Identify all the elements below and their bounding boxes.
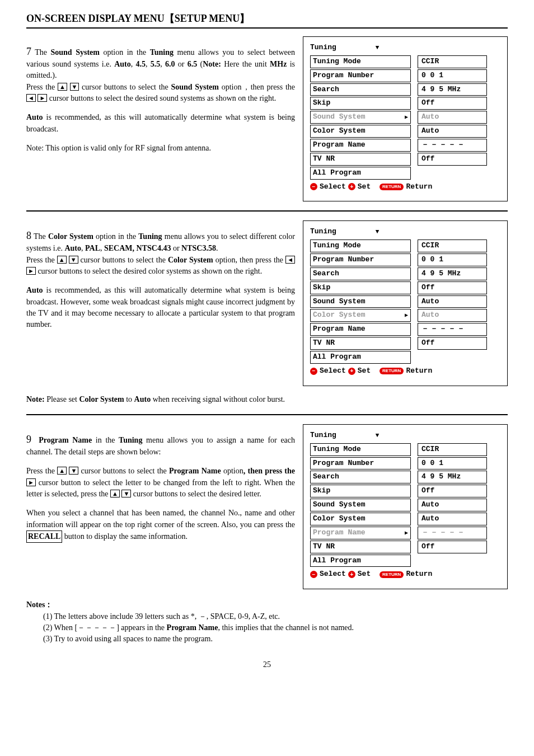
plus-icon: + (348, 571, 355, 578)
page-number: 25 (26, 659, 508, 670)
return-pill-icon: RETURN (380, 368, 404, 374)
step7-note: Note: This option is valid only for RF s… (26, 143, 295, 154)
minus-icon: − (310, 183, 317, 190)
menu-selection-icon (405, 310, 408, 321)
up-arrow-icon: ▲ (58, 83, 67, 91)
down-arrow-icon: ▼ (69, 256, 78, 264)
step8-text: 8 The Color System option in the Tuning … (26, 220, 295, 338)
left-arrow-icon: ◄ (26, 94, 36, 102)
minus-icon: − (310, 368, 317, 375)
recall-button-label: RECALL (26, 530, 62, 543)
menu-cursor-down-icon (376, 227, 380, 236)
plus-icon: + (348, 183, 355, 190)
minus-icon: − (310, 571, 317, 578)
return-pill-icon: RETURN (380, 571, 404, 578)
divider (26, 414, 508, 415)
down-arrow-icon: ▼ (121, 490, 131, 497)
page-title: ON-SCREEN DISPLAY MENU【SETUP MENU】 (26, 11, 508, 29)
step8-bottom-note: Note: Please set Color System to Auto wh… (26, 394, 508, 405)
step7-text: 7 The Sound System option in the Tuning … (26, 36, 295, 162)
plus-icon: + (348, 368, 355, 375)
menu-cursor-down-icon (376, 43, 380, 51)
menu-panel-7: Tuning Tuning ModeCCIR Program Number0 0… (303, 36, 508, 201)
step9-number: 9 (26, 434, 31, 445)
up-arrow-icon: ▲ (57, 256, 67, 264)
up-arrow-icon: ▲ (110, 490, 120, 497)
divider (26, 210, 508, 212)
right-arrow-icon: ► (26, 267, 36, 275)
step9-text: 9 Program Name in the Tuning menu allows… (26, 424, 295, 551)
right-arrow-icon: ► (26, 478, 36, 486)
menu-panel-9: Tuning Tuning ModeCCIR Program Number0 0… (303, 424, 508, 589)
menu-selection-icon (405, 528, 408, 538)
return-pill-icon: RETURN (380, 184, 404, 190)
down-arrow-icon: ▼ (69, 467, 78, 475)
up-arrow-icon: ▲ (57, 467, 67, 475)
menu-cursor-down-icon (376, 431, 380, 439)
menu-selection-icon (405, 112, 408, 123)
menu-panel-8: Tuning Tuning ModeCCIR Program Number0 0… (303, 220, 508, 386)
notes: Notes： (1) The letters above include 39 … (26, 599, 508, 645)
down-arrow-icon: ▼ (70, 83, 79, 91)
step7-number: 7 (26, 46, 31, 57)
left-arrow-icon: ◄ (285, 256, 295, 264)
right-arrow-icon: ► (38, 94, 47, 102)
step8-number: 8 (26, 230, 31, 241)
